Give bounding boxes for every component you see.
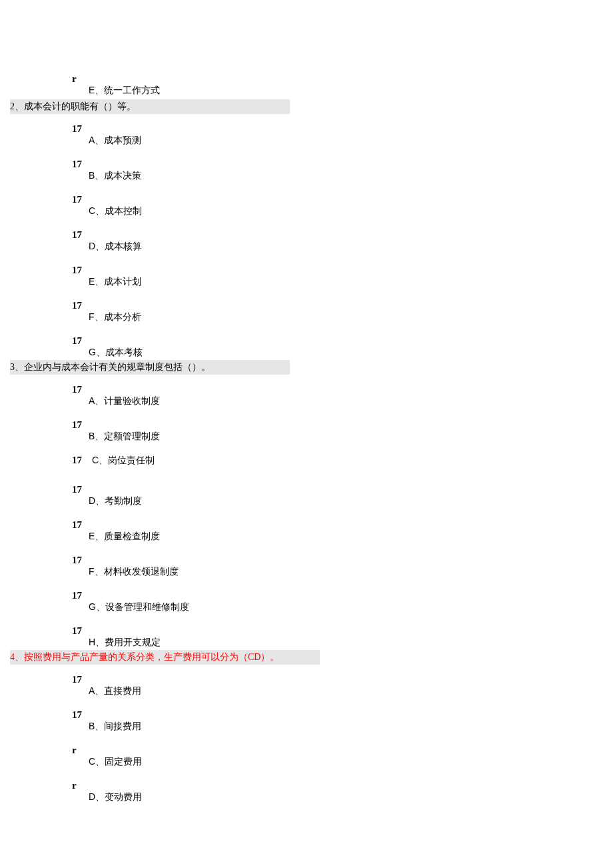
option-row: 17 A、成本预测 [10,123,613,147]
option-text: E、统一工作方式 [72,85,613,97]
option-marker: 17 [72,419,89,431]
document-container: r E、统一工作方式 2、成本会计的职能有（）等。 17 A、成本预测 17 B… [0,0,613,803]
option-text: H、费用开支规定 [72,637,613,649]
option-row: 17 E、成本计划 [10,265,613,288]
option-text: A、直接费用 [72,685,613,697]
option-marker: 17 [72,709,89,721]
option-text: D、考勤制度 [72,495,613,507]
option-row: 17 F、材料收发领退制度 [10,555,613,578]
option-text: G、设备管理和维修制度 [72,601,613,613]
option-text: C、岗位责任制 [92,455,155,467]
option-marker: 17 [72,519,89,531]
option-text: E、质量检查制度 [72,531,613,543]
option-marker: 17 [72,194,89,205]
option-row: 17 A、直接费用 [10,674,613,697]
option-row: 17 C、岗位责任制 [10,455,613,467]
option-row: 17 B、成本决策 [10,159,613,182]
question-4-title: 4、按照费用与产品产量的关系分类，生产费用可以分为（CD）。 [10,650,320,665]
option-marker: 17 [72,674,89,685]
option-row: r E、统一工作方式 [10,73,613,97]
option-row: 17 B、定额管理制度 [10,419,613,443]
option-marker: r [72,780,89,791]
question-3-title: 3、企业内与成本会计有关的规章制度包括（）。 [10,360,290,375]
option-text: F、成本分析 [72,311,613,323]
option-marker: 17 [72,335,89,347]
option-marker: 17 [72,159,89,170]
option-marker: r [72,73,89,85]
option-row: 17 C、成本控制 [10,194,613,217]
option-text: A、成本预测 [72,135,613,147]
option-text: F、材料收发领退制度 [72,566,613,578]
option-row: r C、固定费用 [10,745,613,768]
option-marker: 17 [72,265,89,276]
option-marker: 17 [72,484,89,495]
option-marker: 17 [72,590,89,601]
option-text: B、定额管理制度 [72,431,613,443]
option-row: 17 H、费用开支规定 [10,625,613,649]
option-row: 17 B、间接费用 [10,709,613,733]
option-marker: 17 [72,123,89,135]
option-row: 17 E、质量检查制度 [10,519,613,543]
option-marker: 17 [72,229,89,241]
option-row: 17 A、计量验收制度 [10,384,613,407]
option-row: 17 G、成本考核 [10,335,613,359]
option-text: A、计量验收制度 [72,395,613,407]
option-row: 17 D、成本核算 [10,229,613,253]
option-text: D、变动费用 [72,791,613,803]
option-text: E、成本计划 [72,276,613,288]
option-text: C、成本控制 [72,205,613,217]
option-text: G、成本考核 [72,347,613,359]
option-row: r D、变动费用 [10,780,613,803]
question-2-title: 2、成本会计的职能有（）等。 [10,99,290,114]
option-marker: 17 [72,455,92,466]
option-marker: 17 [72,300,89,311]
option-marker: 17 [72,625,89,637]
option-text: D、成本核算 [72,241,613,253]
option-text: C、固定费用 [72,756,613,768]
option-row: 17 D、考勤制度 [10,484,613,507]
option-row: 17 G、设备管理和维修制度 [10,590,613,613]
option-marker: 17 [72,555,89,566]
option-text: B、成本决策 [72,170,613,182]
option-text: B、间接费用 [72,721,613,733]
option-marker: 17 [72,384,89,395]
option-marker: r [72,745,89,756]
option-row: 17 F、成本分析 [10,300,613,323]
